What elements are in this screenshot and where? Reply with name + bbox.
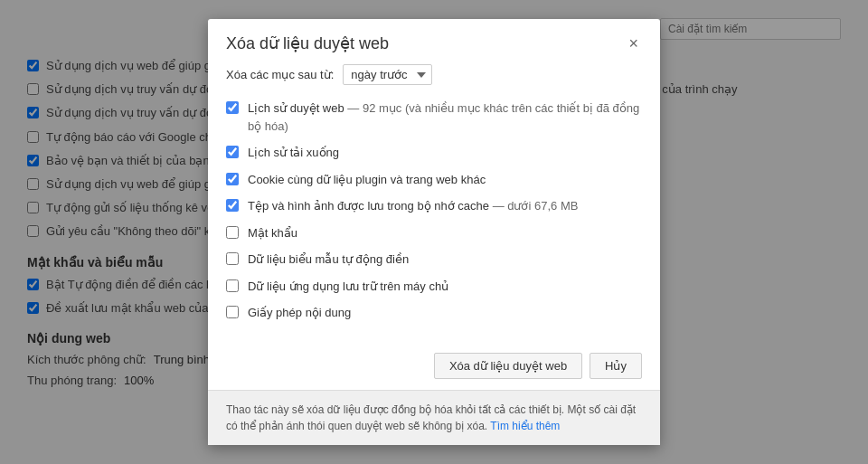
dialog-close-button[interactable]: ×: [625, 33, 642, 53]
clear-data-dialog: Xóa dữ liệu duyệt web × Xóa các mục sau …: [208, 19, 660, 445]
dialog-header: Xóa dữ liệu duyệt web ×: [208, 19, 660, 53]
option-row-3: Tệp và hình ảnh được lưu trong bộ nhớ ca…: [226, 197, 642, 215]
option-check-2[interactable]: [226, 173, 239, 185]
clear-data-button[interactable]: Xóa dữ liệu duyệt web: [434, 353, 582, 379]
option-check-1[interactable]: [226, 146, 239, 158]
option-check-4[interactable]: [226, 226, 239, 239]
option-row-5: Dữ liệu biểu mẫu tự động điền: [226, 251, 642, 269]
dialog-body: Xóa các mục sau từ: ngày trước tuần trướ…: [208, 53, 660, 342]
dialog-title: Xóa dữ liệu duyệt web: [226, 33, 389, 53]
time-selector-row: Xóa các mục sau từ: ngày trước tuần trướ…: [226, 64, 642, 85]
option-text-5: Dữ liệu biểu mẫu tự động điền: [248, 251, 409, 269]
dialog-buttons: Xóa dữ liệu duyệt web Hủy: [208, 342, 660, 390]
dialog-overlay: Xóa dữ liệu duyệt web × Xóa các mục sau …: [0, 0, 868, 464]
option-text-4: Mật khẩu: [248, 224, 297, 242]
option-text-7: Giấy phép nội dung: [248, 304, 351, 322]
time-select[interactable]: ngày trước tuần trước tháng trước tất cả: [343, 64, 432, 85]
option-check-7[interactable]: [226, 306, 239, 318]
option-row-6: Dữ liệu ứng dụng lưu trữ trên máy chủ: [226, 278, 642, 296]
option-text-0: Lịch sử duyệt web — 92 mục (và nhiều mục…: [248, 99, 642, 135]
option-text-2: Cookie cùng dữ liệu plugin và trang web …: [248, 171, 486, 189]
option-row-7: Giấy phép nội dung: [226, 304, 642, 322]
learn-more-link[interactable]: Tìm hiểu thêm: [490, 420, 560, 432]
option-text-3: Tệp và hình ảnh được lưu trong bộ nhớ ca…: [248, 197, 578, 215]
option-check-3[interactable]: [226, 199, 239, 212]
dialog-footer-note: Thao tác này sẽ xóa dữ liệu được đồng bộ…: [208, 390, 660, 445]
option-row-4: Mật khẩu: [226, 224, 642, 242]
option-check-6[interactable]: [226, 279, 239, 292]
option-row-2: Cookie cùng dữ liệu plugin và trang web …: [226, 171, 642, 189]
option-check-0[interactable]: [226, 101, 239, 114]
cancel-button[interactable]: Hủy: [590, 353, 642, 379]
time-label: Xóa các mục sau từ:: [226, 68, 334, 81]
option-text-6: Dữ liệu ứng dụng lưu trữ trên máy chủ: [248, 278, 448, 296]
footer-note-text: Thao tác này sẽ xóa dữ liệu được đồng bộ…: [226, 403, 636, 432]
option-row-1: Lịch sử tải xuống: [226, 144, 642, 162]
option-text-1: Lịch sử tải xuống: [248, 144, 339, 162]
option-row-0: Lịch sử duyệt web — 92 mục (và nhiều mục…: [226, 99, 642, 135]
option-check-5[interactable]: [226, 252, 239, 265]
